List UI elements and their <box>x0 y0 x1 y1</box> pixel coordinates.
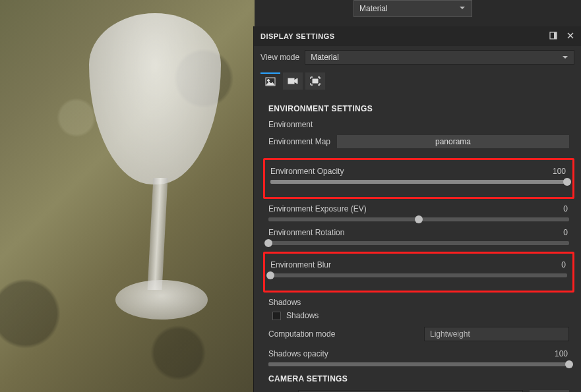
env-exposure-label: Environment Exposure (EV) <box>268 204 367 213</box>
env-blur-highlight: Environment Blur 0 <box>263 252 574 293</box>
settings-scroll: ENVIRONMENT SETTINGS Environment Environ… <box>254 96 581 392</box>
env-blur-slider: Environment Blur 0 <box>270 260 567 277</box>
env-exposure-slider: Environment Exposure (EV) 0 <box>268 204 569 221</box>
env-opacity-highlight: Environment Opacity 100 <box>263 158 574 199</box>
app-root: Material DISPLAY SETTINGS View mode Mate… <box>0 0 581 392</box>
env-rotation-track[interactable] <box>268 241 569 245</box>
env-rotation-slider: Environment Rotation 0 <box>268 228 569 245</box>
env-blur-value[interactable]: 0 <box>539 260 566 269</box>
env-rotation-value[interactable]: 0 <box>541 228 568 237</box>
env-opacity-value[interactable]: 100 <box>539 167 566 176</box>
env-section-title: ENVIRONMENT SETTINGS <box>268 104 569 113</box>
env-map-field[interactable]: panorama <box>337 135 569 148</box>
viewmode-value: Material <box>311 53 339 62</box>
viewmode-row: View mode Material <box>254 46 581 69</box>
viewport-shading-dropdown[interactable]: Material <box>353 0 472 17</box>
camera-icon <box>288 76 298 86</box>
shadows-checkbox[interactable]: Shadows <box>272 311 569 320</box>
shadows-group-label: Shadows <box>268 298 569 307</box>
env-opacity-label: Environment Opacity <box>270 167 344 176</box>
settings-tabs <box>254 69 581 96</box>
shadows-checkbox-label: Shadows <box>286 311 319 320</box>
panel-title: DISPLAY SETTINGS <box>260 32 335 40</box>
close-icon[interactable] <box>566 32 574 41</box>
tab-camera[interactable] <box>283 72 303 90</box>
env-map-label: Environment Map <box>268 137 330 146</box>
tab-render[interactable] <box>305 72 325 90</box>
svg-point-3 <box>268 80 270 82</box>
env-exposure-track[interactable] <box>268 217 569 221</box>
image-icon <box>265 77 276 86</box>
camera-section-title: CAMERA SETTINGS <box>268 374 569 383</box>
env-opacity-track[interactable] <box>270 180 567 184</box>
env-group-label: Environment <box>268 120 569 129</box>
checkbox-box <box>272 312 281 320</box>
env-exposure-value[interactable]: 0 <box>541 204 568 213</box>
computation-mode-row: Computation mode Lightweight <box>268 327 569 341</box>
svg-rect-1 <box>554 32 557 39</box>
computation-mode-select[interactable]: Lightweight <box>424 327 569 341</box>
computation-mode-label: Computation mode <box>268 329 335 339</box>
shadows-opacity-track[interactable] <box>268 362 569 366</box>
focus-icon <box>310 76 321 86</box>
viewmode-select[interactable]: Material <box>305 50 574 65</box>
shadows-opacity-slider: Shadows opacity 100 <box>268 349 569 366</box>
shadows-opacity-value[interactable]: 100 <box>541 349 568 358</box>
viewmode-label: View mode <box>260 53 299 62</box>
svg-rect-5 <box>313 79 318 83</box>
mesh-preview <box>79 13 231 356</box>
svg-rect-4 <box>288 78 294 84</box>
viewport-3d[interactable] <box>0 0 255 392</box>
tab-environment[interactable] <box>260 72 280 90</box>
env-map-value: panorama <box>435 137 471 146</box>
env-blur-track[interactable] <box>270 273 567 277</box>
computation-mode-value: Lightweight <box>430 329 470 339</box>
env-opacity-slider: Environment Opacity 100 <box>270 167 567 184</box>
viewport-shading-value: Material <box>359 4 388 13</box>
env-rotation-label: Environment Rotation <box>268 228 344 237</box>
chevron-down-icon <box>562 54 568 61</box>
display-settings-panel: DISPLAY SETTINGS View mode Material <box>253 26 581 392</box>
env-map-row: Environment Map panorama <box>268 133 569 150</box>
shadows-opacity-label: Shadows opacity <box>268 349 328 358</box>
panel-header: DISPLAY SETTINGS <box>254 26 581 46</box>
chevron-down-icon <box>458 4 466 14</box>
env-blur-label: Environment Blur <box>270 260 331 269</box>
dock-icon[interactable] <box>549 32 557 41</box>
